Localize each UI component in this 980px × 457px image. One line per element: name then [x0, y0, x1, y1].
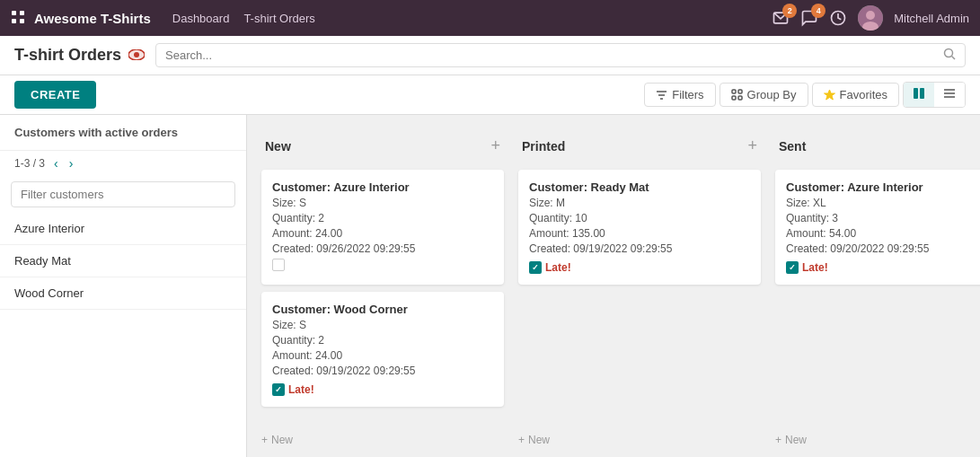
kanban-col-printed-add-link[interactable]: + New: [518, 430, 761, 450]
card-created: Created: 09/20/2022 09:29:55: [786, 242, 980, 255]
sidebar-title: Customers with active orders: [14, 126, 232, 139]
late-label: Late!: [802, 261, 828, 274]
topnav-links: Dashboard T-shirt Orders: [172, 8, 772, 29]
svg-rect-1: [20, 11, 24, 15]
card-quantity: Quantity: 2: [272, 212, 493, 224]
search-input[interactable]: [165, 48, 943, 62]
action-bar: CREATE Filters Group By Favorites: [0, 75, 980, 115]
grid-icon[interactable]: [11, 10, 25, 27]
sidebar-item-wood-corner[interactable]: Wood Corner: [0, 277, 246, 310]
search-icon: [943, 48, 956, 63]
kanban-col-sent: Sent + Customer: Azure Interior Size: XL…: [775, 129, 980, 450]
late-badge: ✓ Late!: [529, 261, 571, 274]
nav-tshirt-orders[interactable]: T-shirt Orders: [243, 8, 314, 29]
list-view-button[interactable]: [934, 83, 965, 107]
pagination-next[interactable]: ›: [67, 156, 75, 171]
sidebar-header: Customers with active orders: [0, 115, 246, 151]
table-row[interactable]: Customer: Azure Interior Size: S Quantit…: [261, 170, 504, 285]
sidebar-item-label: Wood Corner: [14, 286, 84, 300]
svg-point-11: [134, 52, 139, 57]
plus-icon: +: [261, 434, 268, 446]
kanban-col-printed-cards: Customer: Ready Mat Size: M Quantity: 10…: [518, 170, 761, 430]
sidebar-item-label: Ready Mat: [14, 254, 71, 268]
card-size: Size: XL: [786, 197, 980, 209]
add-label: New: [271, 434, 293, 446]
card-size: Size: M: [529, 197, 750, 209]
filters-label: Filters: [672, 88, 703, 101]
kanban-col-new-add-btn[interactable]: +: [490, 136, 500, 155]
table-row[interactable]: Customer: Azure Interior Size: XL Quanti…: [775, 170, 980, 285]
group-by-button[interactable]: Group By: [720, 83, 808, 107]
card-size: Size: S: [272, 319, 493, 331]
kanban-col-printed-add-btn[interactable]: +: [747, 136, 757, 155]
svg-rect-23: [920, 88, 924, 99]
mail-badge: 2: [782, 4, 797, 18]
kanban-col-sent-title: Sent: [779, 139, 806, 154]
plus-icon: +: [518, 434, 525, 446]
svg-rect-2: [12, 19, 16, 23]
svg-rect-20: [738, 96, 742, 100]
late-checkbox-checked[interactable]: ✓: [786, 261, 799, 274]
kanban-col-printed: Printed + Customer: Ready Mat Size: M Qu…: [518, 129, 761, 450]
sidebar-item-azure-interior[interactable]: Azure Interior: [0, 213, 246, 245]
page-title: T-shirt Orders: [14, 46, 145, 65]
late-badge: ✓ Late!: [786, 261, 828, 274]
kanban-col-sent-cards: Customer: Azure Interior Size: XL Quanti…: [775, 170, 980, 430]
main-layout: Customers with active orders 1-3 / 3 ‹ ›…: [0, 115, 980, 457]
card-created: Created: 09/26/2022 09:29:55: [272, 242, 493, 255]
view-toggle: [903, 82, 966, 108]
svg-rect-19: [732, 96, 736, 100]
visibility-icon[interactable]: [128, 48, 145, 63]
page-title-text: T-shirt Orders: [14, 46, 121, 65]
late-checkbox-checked[interactable]: ✓: [529, 261, 542, 274]
kanban-col-printed-title: Printed: [522, 139, 565, 154]
card-customer: Customer: Ready Mat: [529, 180, 750, 194]
card-quantity: Quantity: 3: [786, 212, 980, 224]
kanban-col-new-add-link[interactable]: + New: [261, 430, 504, 450]
nav-dashboard[interactable]: Dashboard: [172, 8, 230, 29]
svg-line-13: [952, 57, 956, 60]
card-amount: Amount: 24.00: [272, 227, 493, 240]
topnav: Awesome T-Shirts Dashboard T-shirt Order…: [0, 0, 980, 36]
kanban-col-sent-add-link[interactable]: + New: [775, 430, 980, 450]
pagination-prev[interactable]: ‹: [52, 156, 60, 171]
svg-rect-17: [732, 90, 736, 93]
kanban-col-sent-header: Sent +: [775, 129, 980, 163]
favorites-button[interactable]: Favorites: [812, 83, 899, 107]
chat-icon-btn[interactable]: 4: [800, 9, 818, 27]
svg-rect-0: [12, 11, 16, 15]
sidebar: Customers with active orders 1-3 / 3 ‹ ›…: [0, 115, 247, 457]
kanban-col-printed-header: Printed +: [518, 129, 761, 163]
sidebar-item-label: Azure Interior: [14, 222, 84, 235]
clock-icon-btn[interactable]: [829, 9, 847, 27]
sec-header: T-shirt Orders: [0, 36, 980, 75]
avatar[interactable]: [858, 5, 883, 31]
pagination-text: 1-3 / 3: [14, 157, 45, 170]
table-row[interactable]: Customer: Ready Mat Size: M Quantity: 10…: [518, 170, 761, 285]
late-badge: ✓ Late!: [272, 383, 314, 396]
card-quantity: Quantity: 10: [529, 212, 750, 224]
card-amount: Amount: 24.00: [272, 349, 493, 362]
filter-customers-input[interactable]: [11, 181, 235, 207]
card-customer: Customer: Azure Interior: [272, 180, 493, 194]
svg-rect-3: [20, 19, 24, 23]
kanban-view-button[interactable]: [904, 83, 934, 107]
group-by-label: Group By: [747, 88, 797, 101]
kanban-area: New + Customer: Azure Interior Size: S Q…: [247, 115, 980, 457]
sidebar-item-ready-mat[interactable]: Ready Mat: [0, 245, 246, 277]
search-bar[interactable]: [155, 43, 966, 67]
mail-icon-btn[interactable]: 2: [772, 9, 790, 27]
kanban-col-new: New + Customer: Azure Interior Size: S Q…: [261, 129, 504, 450]
late-checkbox-unchecked[interactable]: [272, 259, 285, 271]
table-row[interactable]: Customer: Wood Corner Size: S Quantity: …: [261, 292, 504, 407]
add-label: New: [785, 434, 807, 446]
filters-button[interactable]: Filters: [644, 83, 715, 107]
plus-icon: +: [775, 434, 781, 446]
card-created: Created: 09/19/2022 09:29:55: [272, 365, 493, 377]
late-checkbox-checked[interactable]: ✓: [272, 383, 285, 396]
create-button[interactable]: CREATE: [14, 81, 96, 109]
username[interactable]: Mitchell Admin: [894, 12, 969, 25]
svg-rect-22: [914, 88, 918, 99]
topnav-right: 2 4 Mitchell Admin: [772, 5, 969, 31]
card-quantity: Quantity: 2: [272, 334, 493, 347]
